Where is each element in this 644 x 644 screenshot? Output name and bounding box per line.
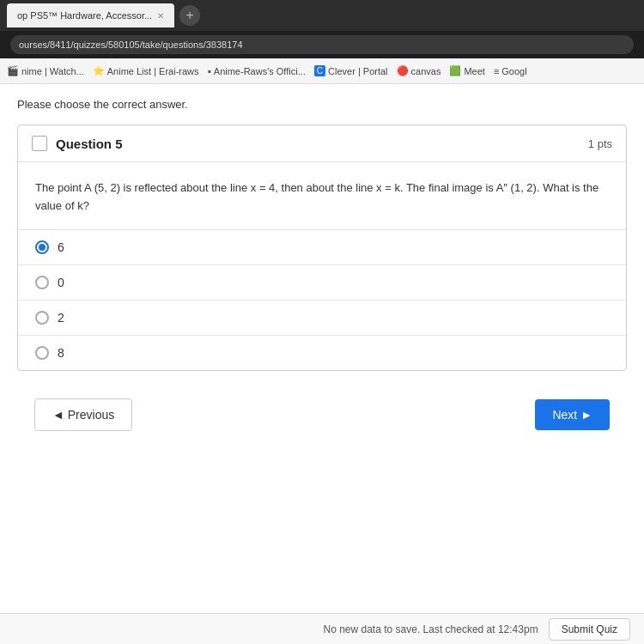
- browser-chrome: op PS5™ Hardware, Accessor... ✕ +: [0, 0, 644, 31]
- footer-status-text: No new data to save. Last checked at 12:…: [323, 623, 538, 635]
- answer-options: 6 0 2 8: [18, 230, 626, 370]
- bookmark-canvas[interactable]: 🔴 canvas: [397, 65, 441, 76]
- answer-option-1[interactable]: 0: [18, 265, 626, 301]
- bookmarks-bar: 🎬 nime | Watch... ⭐ Anime List | Erai-ra…: [0, 58, 644, 84]
- bookmark-icon: C: [314, 65, 325, 76]
- radio-button-2[interactable]: [35, 311, 49, 325]
- bookmark-anime-watch[interactable]: 🎬 nime | Watch...: [7, 65, 84, 76]
- active-tab[interactable]: op PS5™ Hardware, Accessor... ✕: [7, 3, 174, 27]
- question-points: 1 pts: [588, 137, 612, 150]
- tab-close-icon[interactable]: ✕: [157, 11, 164, 21]
- tab-label: op PS5™ Hardware, Accessor...: [17, 10, 152, 21]
- bookmark-icon: ⭐: [93, 65, 105, 76]
- question-card: Question 5 1 pts The point A (5, 2) is r…: [17, 125, 627, 371]
- next-button[interactable]: Next ►: [535, 399, 610, 430]
- radio-button-3[interactable]: [35, 346, 49, 360]
- bookmark-icon: 🔴: [397, 65, 409, 76]
- question-header: Question 5 1 pts: [18, 125, 626, 162]
- question-body: The point A (5, 2) is reflected about th…: [18, 162, 626, 230]
- answer-label-3: 8: [58, 346, 64, 360]
- answer-label-2: 2: [58, 311, 64, 325]
- submit-quiz-button[interactable]: Submit Quiz: [549, 618, 630, 641]
- page-instruction: Please choose the correct answer.: [17, 98, 627, 111]
- bookmark-meet[interactable]: 🟩 Meet: [449, 65, 484, 76]
- answer-option-0[interactable]: 6: [18, 230, 626, 265]
- url-input[interactable]: [10, 35, 634, 54]
- bookmark-clever[interactable]: C Clever | Portal: [314, 65, 388, 76]
- question-checkbox: [32, 136, 47, 151]
- question-title: Question 5: [56, 137, 123, 151]
- bookmark-icon: ≡: [494, 66, 499, 76]
- bookmark-google[interactable]: ≡ Googl: [494, 66, 527, 76]
- question-title-row: Question 5: [32, 136, 123, 151]
- answer-label-1: 0: [58, 276, 64, 289]
- radio-button-1[interactable]: [35, 276, 49, 289]
- bookmark-icon: ▪: [208, 65, 211, 77]
- footer-bar: No new data to save. Last checked at 12:…: [0, 613, 644, 644]
- page-content: Please choose the correct answer. Questi…: [0, 84, 644, 613]
- answer-label-0: 6: [58, 240, 64, 254]
- answer-option-3[interactable]: 8: [18, 336, 626, 370]
- url-bar: [0, 31, 644, 58]
- radio-button-0[interactable]: [35, 240, 49, 254]
- bookmark-icon: 🟩: [449, 65, 461, 76]
- bookmark-icon: 🎬: [7, 65, 19, 76]
- bookmark-anime-list[interactable]: ⭐ Anime List | Erai-raws: [93, 65, 199, 76]
- previous-button[interactable]: ◄ Previous: [34, 398, 132, 431]
- bookmark-anime-raws[interactable]: ▪ Anime-Raws's Offici...: [208, 65, 306, 77]
- answer-option-2[interactable]: 2: [18, 301, 626, 336]
- new-tab-button[interactable]: +: [179, 5, 200, 26]
- navigation-row: ◄ Previous Next ►: [17, 388, 627, 441]
